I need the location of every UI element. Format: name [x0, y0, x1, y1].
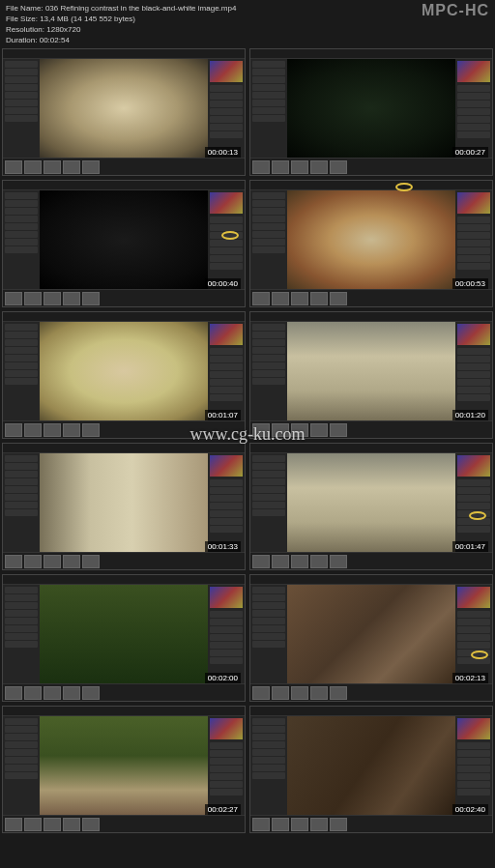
panel-row: [252, 200, 285, 207]
panel-row: [457, 781, 490, 788]
filmstrip-item: [272, 160, 289, 174]
lightroom-left-panel: [250, 322, 287, 420]
panel-row: [457, 479, 490, 486]
panel-row: [252, 765, 285, 771]
panel-row: [210, 363, 243, 370]
lightroom-left-panel: [3, 59, 40, 158]
thumbnail[interactable]: 00:02:40: [249, 706, 493, 833]
panel-row: [252, 734, 285, 740]
file-size-label: File Size:: [6, 14, 38, 23]
filmstrip-item: [252, 292, 270, 305]
panel-row: [252, 726, 285, 733]
panel-row: [457, 789, 490, 796]
filmstrip-item: [63, 818, 80, 831]
filmstrip-item: [272, 686, 289, 700]
filmstrip-item: [44, 555, 61, 568]
highlight-marker: [469, 511, 486, 520]
panel-row: [457, 93, 490, 100]
thumbnail[interactable]: 00:00:40: [2, 180, 246, 307]
panel-row: [252, 100, 285, 106]
panel-row: [210, 394, 243, 401]
filmstrip-item: [63, 160, 80, 174]
histogram: [210, 61, 243, 82]
file-size-value: 13,4 MB (14 145 552 bytes): [40, 14, 135, 23]
duration-value: 00:02:54: [40, 36, 70, 44]
filmstrip-item: [252, 160, 270, 174]
panel-row: [457, 255, 490, 262]
panel-row: [252, 502, 285, 508]
histogram: [457, 718, 490, 739]
panel-row: [457, 131, 490, 138]
filmstrip-item: [63, 686, 80, 700]
panel-row: [5, 100, 38, 106]
thumbnail[interactable]: 00:01:07: [2, 311, 246, 439]
panel-row: [210, 634, 243, 641]
panel-row: [5, 107, 38, 114]
panel-row: [210, 495, 243, 502]
filmstrip: [3, 158, 245, 175]
panel-row: [210, 642, 243, 649]
panel-row: [457, 85, 490, 92]
thumb-menubar: [3, 312, 245, 322]
histogram: [457, 587, 490, 608]
panel-row: [5, 223, 38, 230]
panel-row: [252, 239, 285, 246]
panel-row: [252, 641, 285, 648]
panel-row: [252, 192, 285, 199]
thumbnail[interactable]: 00:02:13: [249, 574, 493, 702]
lightroom-left-panel: [250, 59, 287, 158]
lightroom-right-panel: [208, 453, 245, 552]
panel-row: [252, 772, 285, 779]
panel-row: [5, 772, 38, 779]
lightroom-left-panel: [3, 190, 40, 289]
panel-row: [210, 116, 243, 123]
timecode: 00:02:27: [205, 804, 241, 815]
panel-row: [457, 217, 490, 223]
highlight-marker: [221, 231, 239, 240]
preview-image: [287, 59, 455, 158]
filmstrip-item: [63, 423, 80, 437]
panel-row: [457, 642, 490, 649]
panel-row: [457, 626, 490, 633]
panel-row: [5, 216, 38, 222]
thumbnail[interactable]: 00:02:00: [2, 574, 246, 702]
lightroom-right-panel: [208, 190, 245, 289]
panel-row: [457, 116, 490, 123]
panel-row: [5, 757, 38, 764]
panel-row: [210, 518, 243, 525]
file-name-label: File Name:: [6, 4, 44, 13]
filmstrip: [3, 552, 245, 569]
panel-row: [5, 84, 38, 91]
panel-row: [5, 231, 38, 238]
panel-row: [210, 758, 243, 765]
lightroom-right-panel: [455, 585, 492, 683]
filmstrip-item: [63, 555, 80, 568]
thumbnail[interactable]: 00:00:27: [249, 48, 493, 176]
panel-row: [5, 61, 38, 68]
panel-row: [457, 619, 490, 625]
highlight-marker: [471, 651, 488, 659]
panel-row: [457, 758, 490, 765]
panel-row: [252, 84, 285, 91]
panel-row: [5, 610, 38, 617]
resolution-label: Resolution:: [6, 25, 44, 34]
panel-row: [5, 355, 38, 362]
thumbnail[interactable]: 00:00:53: [249, 180, 493, 307]
filmstrip-item: [44, 423, 61, 437]
thumbnail[interactable]: 00:01:20: [249, 311, 493, 439]
lightroom-left-panel: [3, 716, 40, 815]
filmstrip-item: [330, 160, 347, 174]
thumb-menubar: [250, 49, 492, 59]
panel-row: [5, 92, 38, 99]
panel-row: [252, 339, 285, 346]
panel-row: [457, 611, 490, 618]
panel-row: [210, 387, 243, 393]
thumbnail[interactable]: 00:01:33: [2, 443, 246, 570]
panel-row: [457, 750, 490, 757]
thumbnail[interactable]: 00:00:13: [2, 48, 246, 176]
thumbnail[interactable]: 00:01:47: [249, 443, 493, 570]
panel-row: [252, 362, 285, 369]
thumbnail[interactable]: 00:02:27: [2, 706, 246, 833]
thumb-menubar: [250, 575, 492, 585]
thumb-menubar: [3, 181, 245, 190]
